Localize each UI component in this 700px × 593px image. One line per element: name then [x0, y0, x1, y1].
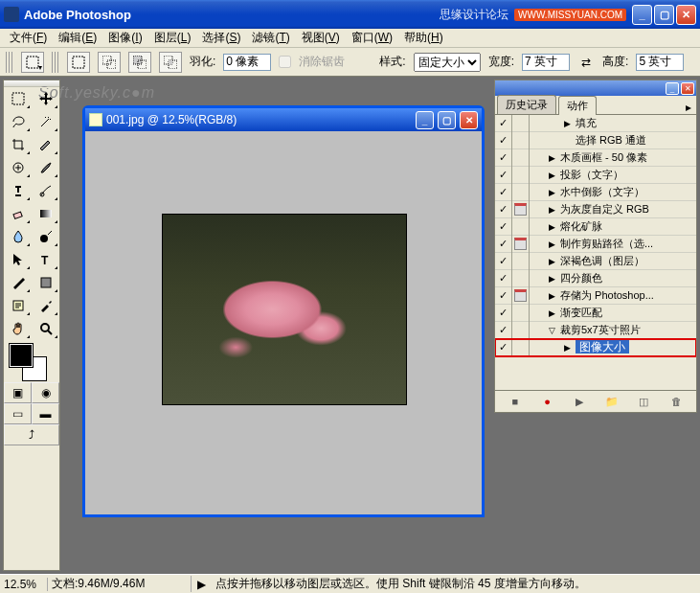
action-row[interactable]: ✓▶为灰度自定义 RGB — [495, 201, 696, 218]
action-toggle-checkbox[interactable]: ✓ — [495, 287, 512, 305]
action-row[interactable]: ✓▶投影（文字） — [495, 167, 696, 184]
action-dialog-toggle[interactable] — [512, 339, 530, 356]
history-brush-tool[interactable] — [32, 179, 59, 202]
panel-titlebar[interactable]: _ ✕ — [495, 80, 696, 96]
eyedropper-tool[interactable] — [32, 294, 59, 317]
panel-minimize-button[interactable]: _ — [666, 82, 679, 95]
maximize-button[interactable]: ▢ — [654, 5, 674, 25]
jump-to-button[interactable]: ⤴ — [4, 424, 59, 445]
expand-toggle[interactable]: ▶ — [549, 239, 560, 249]
expand-toggle[interactable]: ▶ — [549, 274, 560, 284]
expand-toggle[interactable]: ▶ — [564, 343, 576, 353]
menu-view[interactable]: 视图(V) — [296, 28, 346, 48]
height-input[interactable] — [636, 54, 684, 71]
menu-select[interactable]: 选择(S) — [196, 28, 246, 48]
action-dialog-toggle[interactable] — [512, 236, 530, 253]
action-dialog-toggle[interactable] — [512, 149, 530, 167]
stamp-tool[interactable] — [4, 179, 32, 202]
optbar-grip2[interactable] — [52, 52, 59, 73]
expand-toggle[interactable]: ▽ — [549, 326, 560, 335]
document-titlebar[interactable]: 001.jpg @ 12.5%(RGB/8) _ ▢ ✕ — [85, 108, 482, 131]
action-row[interactable]: ✓▶存储为 Photoshop... — [495, 287, 696, 305]
action-toggle-checkbox[interactable]: ✓ — [495, 339, 512, 356]
action-toggle-checkbox[interactable]: ✓ — [495, 218, 512, 236]
action-row[interactable]: ✓▶渐变匹配 — [495, 305, 696, 322]
menu-window[interactable]: 窗口(W) — [346, 28, 398, 48]
action-row[interactable]: ✓▶图像大小 — [495, 339, 696, 356]
action-toggle-checkbox[interactable]: ✓ — [495, 167, 512, 184]
slice-tool[interactable] — [32, 133, 59, 156]
action-toggle-checkbox[interactable]: ✓ — [495, 322, 512, 339]
foreground-color-swatch[interactable] — [10, 344, 33, 367]
minimize-button[interactable]: _ — [632, 5, 652, 25]
action-toggle-checkbox[interactable]: ✓ — [495, 115, 512, 132]
action-toggle-checkbox[interactable]: ✓ — [495, 201, 512, 218]
marquee-tool[interactable] — [4, 87, 32, 110]
wand-tool[interactable] — [32, 110, 59, 133]
document-maximize-button[interactable]: ▢ — [438, 111, 456, 129]
action-row[interactable]: ✓选择 RGB 通道 — [495, 132, 696, 149]
expand-toggle[interactable]: ▶ — [549, 188, 560, 197]
action-toggle-checkbox[interactable]: ✓ — [495, 132, 512, 149]
blur-tool[interactable] — [4, 225, 32, 248]
action-row[interactable]: ✓▶制作剪贴路径（选... — [495, 236, 696, 253]
action-dialog-toggle[interactable] — [512, 253, 530, 270]
action-dialog-toggle[interactable] — [512, 287, 530, 305]
record-button[interactable]: ● — [537, 394, 556, 409]
action-dialog-toggle[interactable] — [512, 184, 530, 201]
document-close-button[interactable]: ✕ — [460, 111, 478, 129]
delete-button[interactable]: 🗑 — [666, 394, 686, 409]
current-tool-slot[interactable]: ▾ — [21, 52, 44, 73]
action-dialog-toggle[interactable] — [512, 201, 530, 218]
marquee-mode-intersect[interactable] — [159, 52, 182, 73]
expand-toggle[interactable]: ▶ — [549, 205, 560, 215]
expand-toggle[interactable]: ▶ — [549, 222, 560, 232]
expand-toggle[interactable]: ▶ — [549, 153, 560, 163]
docinfo[interactable]: 文档:9.46M/9.46M — [48, 576, 192, 592]
gradient-tool[interactable] — [32, 202, 59, 225]
play-button[interactable]: ▶ — [570, 394, 589, 409]
action-toggle-checkbox[interactable]: ✓ — [495, 149, 512, 167]
action-dialog-toggle[interactable] — [512, 132, 530, 149]
lasso-tool[interactable] — [4, 110, 32, 133]
expand-toggle[interactable]: ▶ — [549, 291, 560, 301]
action-dialog-toggle[interactable] — [512, 305, 530, 322]
action-dialog-toggle[interactable] — [512, 115, 530, 132]
action-dialog-toggle[interactable] — [512, 270, 530, 287]
action-row[interactable]: ✓▶木质画框 - 50 像素 — [495, 149, 696, 167]
action-toggle-checkbox[interactable]: ✓ — [495, 305, 512, 322]
optbar-grip[interactable] — [6, 52, 13, 73]
menu-help[interactable]: 帮助(H) — [398, 28, 449, 48]
action-row[interactable]: ✓▶四分颜色 — [495, 270, 696, 287]
action-row[interactable]: ✓▶水中倒影（文字） — [495, 184, 696, 201]
swap-dimensions-button[interactable]: ⇄ — [577, 54, 595, 71]
document-minimize-button[interactable]: _ — [416, 111, 434, 129]
menu-file[interactable]: 文件(F) — [4, 28, 53, 48]
path-select-tool[interactable] — [4, 248, 32, 271]
menu-layer[interactable]: 图层(L) — [148, 28, 197, 48]
expand-toggle[interactable]: ▶ — [564, 119, 576, 128]
move-tool[interactable] — [32, 87, 59, 110]
tab-history[interactable]: 历史记录 — [497, 95, 556, 114]
action-row[interactable]: ✓▽裁剪5x7英寸照片 — [495, 322, 696, 339]
marquee-mode-add[interactable] — [98, 52, 121, 73]
standard-mode-button[interactable]: ▣ — [4, 382, 32, 403]
new-action-button[interactable]: ◫ — [634, 394, 653, 409]
action-toggle-checkbox[interactable]: ✓ — [495, 253, 512, 270]
notes-tool[interactable] — [4, 294, 32, 317]
style-select[interactable]: 固定大小 — [414, 53, 481, 72]
document-window[interactable]: 001.jpg @ 12.5%(RGB/8) _ ▢ ✕ — [82, 105, 485, 517]
marquee-mode-subtract[interactable] — [128, 52, 151, 73]
screenmode-full-button[interactable]: ▬ — [32, 403, 59, 424]
action-row[interactable]: ✓▶填充 — [495, 115, 696, 132]
panel-menu-button[interactable]: ▸ — [681, 101, 696, 114]
action-row[interactable]: ✓▶深褐色调（图层） — [495, 253, 696, 270]
action-row[interactable]: ✓▶熔化矿脉 — [495, 218, 696, 236]
close-button[interactable]: ✕ — [676, 5, 696, 25]
action-dialog-toggle[interactable] — [512, 322, 530, 339]
feather-input[interactable] — [223, 54, 271, 71]
image-canvas[interactable] — [162, 214, 407, 405]
screenmode-button[interactable]: ▭ — [4, 403, 32, 424]
quickmask-mode-button[interactable]: ◉ — [32, 382, 59, 403]
marquee-mode-new[interactable] — [67, 52, 90, 73]
